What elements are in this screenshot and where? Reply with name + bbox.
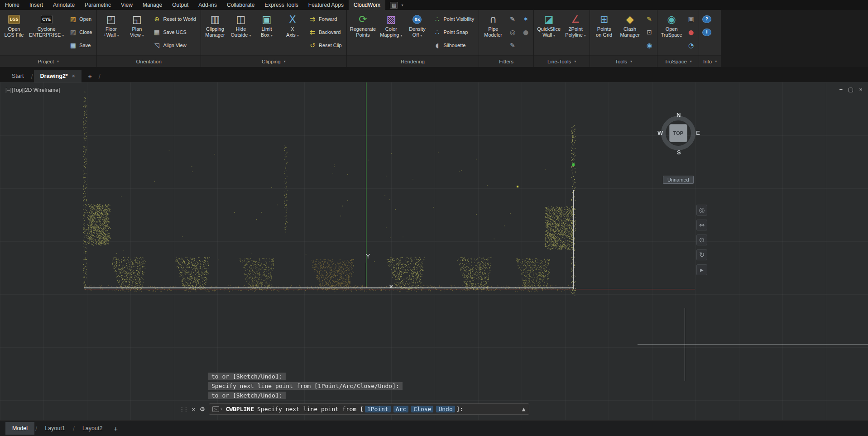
ribbon-button-fitter-extract[interactable]: ✶ xyxy=(520,13,532,25)
close-icon[interactable]: × xyxy=(859,86,863,93)
ribbon-button-points-on-grid[interactable]: ⊞Pointson Grid xyxy=(592,12,616,39)
ribbon-button-fitter-point[interactable]: ● xyxy=(520,26,532,38)
menu-tab-home[interactable]: Home xyxy=(0,0,24,10)
ribbon-button-cyclone-enterprise[interactable]: CYECycloneENTERPRISE▾ xyxy=(28,12,65,39)
ribbon-button-close[interactable]: ▨Close xyxy=(67,26,95,38)
orbit-button[interactable]: ↻ xyxy=(696,249,707,260)
command-keyword-undo[interactable]: Undo xyxy=(436,406,455,412)
ribbon-button-truspace-orbit[interactable]: ◔ xyxy=(685,39,697,51)
menu-tab-add-ins[interactable]: Add-ins xyxy=(193,0,222,10)
menu-tab-annotate[interactable]: Annotate xyxy=(48,0,80,10)
menu-tab-express-tools[interactable]: Express Tools xyxy=(259,0,303,10)
ribbon-button-about[interactable]: i xyxy=(701,26,713,38)
ribbon-button-2point-polyline[interactable]: ∠2PointPolyline▾ xyxy=(563,12,588,39)
menu-tab-manage[interactable]: Manage xyxy=(138,0,167,10)
menu-tab-featured-apps[interactable]: Featured Apps xyxy=(303,0,349,10)
viewport[interactable]: [−][Top][2D Wireframe] − ▢ × N W E S TOP… xyxy=(0,82,868,420)
menu-tab-cloudworx[interactable]: CloudWorx xyxy=(349,0,385,10)
layout-tab-model[interactable]: Model xyxy=(5,422,34,435)
customize-icon[interactable]: ⚙ xyxy=(200,406,205,412)
minimize-icon[interactable]: − xyxy=(839,86,843,93)
ribbon-button-help[interactable]: ? xyxy=(701,13,713,25)
command-keyword-close[interactable]: Close xyxy=(411,406,433,412)
ribbon-button-open-truspace[interactable]: ◉OpenTruSpace xyxy=(659,12,684,39)
full-navigation-wheel-button[interactable]: ◎ xyxy=(696,205,707,216)
ribbon-button-tool-cell[interactable]: ⊡ xyxy=(643,26,655,38)
compass-north[interactable]: N xyxy=(676,111,681,118)
ribbon-button-align-view[interactable]: ◹Align View xyxy=(150,39,199,51)
ribbon-button-forward[interactable]: ⇉Forward xyxy=(306,13,345,25)
ribbon-button-tool-point[interactable]: ◉ xyxy=(643,39,655,51)
ribbon-panel-footer-line-tools[interactable]: Line-Tools▾ xyxy=(534,55,590,67)
drag-handle-icon[interactable]: ⋮⋮ xyxy=(179,406,187,412)
layout-tab-layout1[interactable]: Layout1 xyxy=(38,422,72,435)
ribbon-button-point-visibility[interactable]: ∴Point Visibility xyxy=(431,13,477,25)
ribbon-button-clipping-manager[interactable]: ▥ClippingManager xyxy=(203,12,227,39)
close-command-line-icon[interactable]: × xyxy=(191,406,196,412)
ribbon-button-open[interactable]: ▨Open xyxy=(67,13,95,25)
command-keyword-arc[interactable]: Arc xyxy=(393,406,408,412)
ribbon-button-fitter-sketch[interactable]: ✎ xyxy=(507,39,518,51)
ribbon-button-truspace-sync[interactable]: ▣ xyxy=(685,13,697,25)
command-expand-icon[interactable]: ▲ xyxy=(522,407,526,412)
menu-tab-output[interactable]: Output xyxy=(167,0,193,10)
ribbon-button-truspace-record[interactable]: ● xyxy=(685,26,697,38)
ribbon-button-pipe-modeler[interactable]: ∩PipeModeler xyxy=(481,12,505,39)
doc-tab-start[interactable]: Start xyxy=(5,70,30,82)
ribbon-button-reset-clip[interactable]: ↺Reset Clip xyxy=(306,39,345,51)
ribbon-panel-footer-truspace[interactable]: TruSpace▾ xyxy=(657,55,699,67)
ribbon-panel-footer-clipping[interactable]: Clipping▾ xyxy=(201,55,346,67)
showmotion-button[interactable]: ▸ xyxy=(696,264,707,275)
ribbon-button-x-axis[interactable]: XXAxis▾ xyxy=(280,12,305,39)
workspace-switcher-button[interactable]: ▤ ▾ xyxy=(385,0,408,10)
doc-tab-drawing2[interactable]: Drawing2*× xyxy=(34,70,82,82)
viewcube-top-face[interactable]: TOP xyxy=(669,124,687,142)
restore-icon[interactable]: ▢ xyxy=(848,86,854,93)
ribbon-button-hide-outside[interactable]: ◫HideOutside▾ xyxy=(229,12,253,39)
ribbon-button-silhouette[interactable]: ◖Silhouette xyxy=(431,39,477,51)
menu-tab-collaborate[interactable]: Collaborate xyxy=(222,0,259,10)
ribbon-button-tool-annotate[interactable]: ✎ xyxy=(643,13,655,25)
compass-east[interactable]: E xyxy=(696,129,700,136)
recent-commands-icon[interactable]: ▾ xyxy=(221,407,223,411)
view-name-badge[interactable]: Unnamed xyxy=(663,176,694,184)
ribbon-panel-footer-info[interactable]: Info▾ xyxy=(699,55,721,67)
compass-south[interactable]: S xyxy=(677,149,681,156)
ribbon-button-clash-manager[interactable]: ◆ClashManager xyxy=(618,12,642,39)
ribbon-panel-footer-project[interactable]: Project▾ xyxy=(0,55,96,67)
viewport-controls-label[interactable]: [−][Top][2D Wireframe] xyxy=(5,87,60,93)
ribbon-button-fitter-edit[interactable]: ✎ xyxy=(507,13,518,25)
menu-tab-insert[interactable]: Insert xyxy=(24,0,48,10)
ribbon-button-floor-wall[interactable]: ◰Floor+Wall▾ xyxy=(99,12,123,39)
menu-tab-view[interactable]: View xyxy=(116,0,138,10)
command-input[interactable]: > ▾ CWBPLINE Specify next line point fro… xyxy=(209,403,529,415)
command-prompt-icon[interactable]: > ▾ xyxy=(212,406,223,412)
ribbon-button-limit-box[interactable]: ▣LimitBox▾ xyxy=(254,12,279,39)
ribbon-button-backward[interactable]: ⇇Backward xyxy=(306,26,345,38)
ribbon-button-reset-to-world[interactable]: ⊕Reset to World xyxy=(150,13,199,25)
ribbon-button-save-ucs[interactable]: ▦Save UCS xyxy=(150,26,199,38)
close-tab-icon[interactable]: × xyxy=(72,73,75,79)
ribbon-button-plan-view[interactable]: ◱PlanView▾ xyxy=(125,12,149,39)
zoom-button[interactable]: ⊙ xyxy=(696,235,707,245)
ribbon-button-density-off[interactable]: 0xDensityOff▾ xyxy=(405,12,429,39)
ribbon-button-open-lgs-file[interactable]: LGSOpenLGS File xyxy=(2,12,26,39)
ribbon-button-regenerate-points[interactable]: ⟳RegeneratePoints xyxy=(349,12,378,39)
ribbon-button-point-snap[interactable]: ∴Point Snap xyxy=(431,26,477,38)
menu-tab-parametric[interactable]: Parametric xyxy=(80,0,116,10)
ribbon-button-fitter-region[interactable]: ◎ xyxy=(507,26,518,38)
ribbon-panel-footer-orientation[interactable]: Orientation xyxy=(97,55,201,67)
ribbon-button-quickslice-wall[interactable]: ◪QuickSliceWall▾ xyxy=(536,12,562,39)
ribbon-button-color-mapping[interactable]: ▧ColorMapping▾ xyxy=(379,12,403,39)
new-drawing-button[interactable]: + xyxy=(84,71,96,81)
ribbon-panel-footer-fitters[interactable]: Fitters xyxy=(479,55,533,67)
view-compass[interactable]: N W E S TOP xyxy=(656,110,701,156)
layout-tab-layout2[interactable]: Layout2 xyxy=(76,422,109,435)
pan-button[interactable]: ⇔ xyxy=(696,220,707,230)
ribbon-panel-footer-tools[interactable]: Tools▾ xyxy=(590,55,657,67)
ribbon-button-save[interactable]: ▦Save xyxy=(67,39,95,51)
new-layout-button[interactable]: + xyxy=(114,425,118,432)
command-keyword-1point[interactable]: 1Point xyxy=(365,406,391,412)
compass-west[interactable]: W xyxy=(657,129,663,136)
ribbon-panel-footer-rendering[interactable]: Rendering xyxy=(347,55,479,67)
